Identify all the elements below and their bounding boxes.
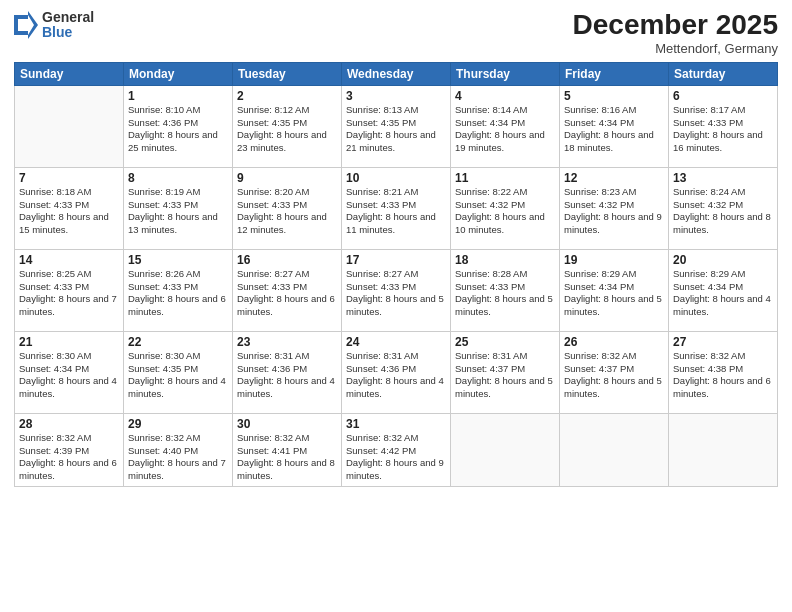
- col-sunday: Sunday: [15, 62, 124, 85]
- day-cell: 5 Sunrise: 8:16 AM Sunset: 4:34 PM Dayli…: [560, 85, 669, 167]
- sunset-text: Sunset: 4:33 PM: [19, 281, 89, 292]
- sunrise-text: Sunrise: 8:27 AM: [237, 268, 309, 279]
- sunset-text: Sunset: 4:33 PM: [128, 199, 198, 210]
- day-info: Sunrise: 8:31 AM Sunset: 4:36 PM Dayligh…: [346, 350, 446, 401]
- daylight-text: Daylight: 8 hours and 25 minutes.: [128, 129, 218, 153]
- day-info: Sunrise: 8:31 AM Sunset: 4:36 PM Dayligh…: [237, 350, 337, 401]
- day-number: 13: [673, 171, 773, 185]
- sunrise-text: Sunrise: 8:22 AM: [455, 186, 527, 197]
- daylight-text: Daylight: 8 hours and 12 minutes.: [237, 211, 327, 235]
- day-number: 8: [128, 171, 228, 185]
- sunset-text: Sunset: 4:32 PM: [564, 199, 634, 210]
- day-number: 20: [673, 253, 773, 267]
- day-number: 25: [455, 335, 555, 349]
- sunrise-text: Sunrise: 8:32 AM: [128, 432, 200, 443]
- sunrise-text: Sunrise: 8:10 AM: [128, 104, 200, 115]
- sunset-text: Sunset: 4:42 PM: [346, 445, 416, 456]
- day-cell: 18 Sunrise: 8:28 AM Sunset: 4:33 PM Dayl…: [451, 249, 560, 331]
- day-number: 30: [237, 417, 337, 431]
- month-title: December 2025: [573, 10, 778, 41]
- sunset-text: Sunset: 4:32 PM: [673, 199, 743, 210]
- daylight-text: Daylight: 8 hours and 7 minutes.: [128, 457, 226, 481]
- day-cell: 25 Sunrise: 8:31 AM Sunset: 4:37 PM Dayl…: [451, 331, 560, 413]
- day-info: Sunrise: 8:10 AM Sunset: 4:36 PM Dayligh…: [128, 104, 228, 155]
- day-info: Sunrise: 8:12 AM Sunset: 4:35 PM Dayligh…: [237, 104, 337, 155]
- day-number: 23: [237, 335, 337, 349]
- day-cell: 9 Sunrise: 8:20 AM Sunset: 4:33 PM Dayli…: [233, 167, 342, 249]
- daylight-text: Daylight: 8 hours and 4 minutes.: [19, 375, 117, 399]
- day-number: 19: [564, 253, 664, 267]
- daylight-text: Daylight: 8 hours and 4 minutes.: [346, 375, 444, 399]
- day-cell: 26 Sunrise: 8:32 AM Sunset: 4:37 PM Dayl…: [560, 331, 669, 413]
- day-cell: 4 Sunrise: 8:14 AM Sunset: 4:34 PM Dayli…: [451, 85, 560, 167]
- sunrise-text: Sunrise: 8:19 AM: [128, 186, 200, 197]
- col-wednesday: Wednesday: [342, 62, 451, 85]
- day-cell: 28 Sunrise: 8:32 AM Sunset: 4:39 PM Dayl…: [15, 413, 124, 486]
- col-monday: Monday: [124, 62, 233, 85]
- col-saturday: Saturday: [669, 62, 778, 85]
- daylight-text: Daylight: 8 hours and 18 minutes.: [564, 129, 654, 153]
- day-info: Sunrise: 8:14 AM Sunset: 4:34 PM Dayligh…: [455, 104, 555, 155]
- sunset-text: Sunset: 4:33 PM: [237, 199, 307, 210]
- sunrise-text: Sunrise: 8:13 AM: [346, 104, 418, 115]
- sunset-text: Sunset: 4:39 PM: [19, 445, 89, 456]
- day-number: 6: [673, 89, 773, 103]
- sunset-text: Sunset: 4:34 PM: [19, 363, 89, 374]
- daylight-text: Daylight: 8 hours and 4 minutes.: [673, 293, 771, 317]
- week-row-3: 14 Sunrise: 8:25 AM Sunset: 4:33 PM Dayl…: [15, 249, 778, 331]
- sunset-text: Sunset: 4:36 PM: [346, 363, 416, 374]
- page: General Blue December 2025 Mettendorf, G…: [0, 0, 792, 612]
- sunset-text: Sunset: 4:34 PM: [564, 117, 634, 128]
- day-info: Sunrise: 8:31 AM Sunset: 4:37 PM Dayligh…: [455, 350, 555, 401]
- day-info: Sunrise: 8:20 AM Sunset: 4:33 PM Dayligh…: [237, 186, 337, 237]
- sunrise-text: Sunrise: 8:17 AM: [673, 104, 745, 115]
- sunrise-text: Sunrise: 8:25 AM: [19, 268, 91, 279]
- sunrise-text: Sunrise: 8:27 AM: [346, 268, 418, 279]
- sunrise-text: Sunrise: 8:31 AM: [455, 350, 527, 361]
- day-cell: 15 Sunrise: 8:26 AM Sunset: 4:33 PM Dayl…: [124, 249, 233, 331]
- sunrise-text: Sunrise: 8:30 AM: [19, 350, 91, 361]
- sunrise-text: Sunrise: 8:30 AM: [128, 350, 200, 361]
- day-number: 14: [19, 253, 119, 267]
- daylight-text: Daylight: 8 hours and 4 minutes.: [128, 375, 226, 399]
- day-cell: 23 Sunrise: 8:31 AM Sunset: 4:36 PM Dayl…: [233, 331, 342, 413]
- sunset-text: Sunset: 4:33 PM: [346, 281, 416, 292]
- day-info: Sunrise: 8:28 AM Sunset: 4:33 PM Dayligh…: [455, 268, 555, 319]
- week-row-1: 1 Sunrise: 8:10 AM Sunset: 4:36 PM Dayli…: [15, 85, 778, 167]
- day-info: Sunrise: 8:29 AM Sunset: 4:34 PM Dayligh…: [564, 268, 664, 319]
- sunset-text: Sunset: 4:34 PM: [673, 281, 743, 292]
- week-row-4: 21 Sunrise: 8:30 AM Sunset: 4:34 PM Dayl…: [15, 331, 778, 413]
- day-cell: 22 Sunrise: 8:30 AM Sunset: 4:35 PM Dayl…: [124, 331, 233, 413]
- day-info: Sunrise: 8:24 AM Sunset: 4:32 PM Dayligh…: [673, 186, 773, 237]
- day-info: Sunrise: 8:16 AM Sunset: 4:34 PM Dayligh…: [564, 104, 664, 155]
- col-tuesday: Tuesday: [233, 62, 342, 85]
- day-cell: 20 Sunrise: 8:29 AM Sunset: 4:34 PM Dayl…: [669, 249, 778, 331]
- sunset-text: Sunset: 4:38 PM: [673, 363, 743, 374]
- daylight-text: Daylight: 8 hours and 8 minutes.: [673, 211, 771, 235]
- sunset-text: Sunset: 4:33 PM: [346, 199, 416, 210]
- day-cell: 2 Sunrise: 8:12 AM Sunset: 4:35 PM Dayli…: [233, 85, 342, 167]
- col-thursday: Thursday: [451, 62, 560, 85]
- sunrise-text: Sunrise: 8:32 AM: [19, 432, 91, 443]
- day-info: Sunrise: 8:32 AM Sunset: 4:41 PM Dayligh…: [237, 432, 337, 483]
- calendar-table: Sunday Monday Tuesday Wednesday Thursday…: [14, 62, 778, 487]
- daylight-text: Daylight: 8 hours and 5 minutes.: [455, 293, 553, 317]
- daylight-text: Daylight: 8 hours and 13 minutes.: [128, 211, 218, 235]
- sunrise-text: Sunrise: 8:24 AM: [673, 186, 745, 197]
- sunset-text: Sunset: 4:36 PM: [237, 363, 307, 374]
- daylight-text: Daylight: 8 hours and 6 minutes.: [19, 457, 117, 481]
- header-row: Sunday Monday Tuesday Wednesday Thursday…: [15, 62, 778, 85]
- sunset-text: Sunset: 4:37 PM: [455, 363, 525, 374]
- sunset-text: Sunset: 4:37 PM: [564, 363, 634, 374]
- day-number: 12: [564, 171, 664, 185]
- day-info: Sunrise: 8:13 AM Sunset: 4:35 PM Dayligh…: [346, 104, 446, 155]
- sunrise-text: Sunrise: 8:32 AM: [673, 350, 745, 361]
- daylight-text: Daylight: 8 hours and 5 minutes.: [346, 293, 444, 317]
- sunset-text: Sunset: 4:34 PM: [564, 281, 634, 292]
- day-number: 15: [128, 253, 228, 267]
- sunrise-text: Sunrise: 8:20 AM: [237, 186, 309, 197]
- day-info: Sunrise: 8:26 AM Sunset: 4:33 PM Dayligh…: [128, 268, 228, 319]
- daylight-text: Daylight: 8 hours and 19 minutes.: [455, 129, 545, 153]
- day-info: Sunrise: 8:21 AM Sunset: 4:33 PM Dayligh…: [346, 186, 446, 237]
- day-cell: 7 Sunrise: 8:18 AM Sunset: 4:33 PM Dayli…: [15, 167, 124, 249]
